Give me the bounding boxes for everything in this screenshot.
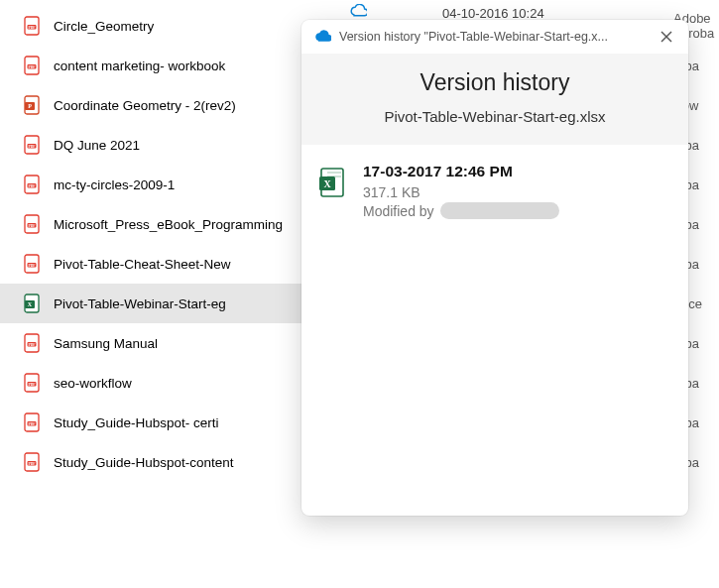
modified-by-label: Modified by <box>363 203 434 219</box>
pptx-file-icon <box>24 95 42 115</box>
close-button[interactable] <box>653 23 680 51</box>
file-name: DQ June 2021 <box>54 138 140 153</box>
file-name: Samsung Manual <box>54 336 158 351</box>
file-name: Pivot-Table-Cheat-Sheet-New <box>54 257 231 272</box>
onedrive-icon <box>313 30 331 44</box>
file-name: Coordinate Geometry - 2(rev2) <box>54 98 236 113</box>
file-name: Pivot-Table-Webinar-Start-eg <box>54 296 226 311</box>
file-name: Study_Guide-Hubspot- certi <box>54 415 219 430</box>
file-name: Study_Guide-Hubspot-content <box>54 455 234 470</box>
excel-file-icon <box>319 163 347 219</box>
file-name: Microsoft_Press_eBook_Programming <box>54 217 283 232</box>
version-entry[interactable]: 17-03-2017 12:46 PM 317.1 KB Modified by <box>319 163 670 219</box>
pdf-file-icon <box>24 56 42 75</box>
file-name: content marketing- workbook <box>54 59 225 73</box>
pdf-file-icon <box>24 16 42 36</box>
pdf-file-icon <box>24 412 42 432</box>
pdf-file-icon <box>24 175 42 194</box>
panel-header: Version history Pivot-Table-Webinar-Star… <box>301 54 688 145</box>
version-size: 317.1 KB <box>363 184 559 200</box>
version-history-panel: Version history "Pivot-Table-Webinar-Sta… <box>301 20 688 516</box>
version-timestamp: 17-03-2017 12:46 PM <box>363 163 559 180</box>
pdf-file-icon <box>24 333 42 353</box>
modified-by-value <box>440 202 559 219</box>
file-name: mc-ty-circles-2009-1 <box>54 177 175 192</box>
version-modified-by: Modified by <box>363 202 559 219</box>
close-icon <box>659 29 674 45</box>
xlsx-file-icon <box>24 294 42 313</box>
pdf-file-icon <box>24 452 42 472</box>
file-name: seo-workflow <box>54 376 132 391</box>
pdf-file-icon <box>24 135 42 155</box>
file-date-cell: 04-10-2016 10:24 <box>442 6 544 21</box>
panel-titlebar-text: Version history "Pivot-Table-Webinar-Sta… <box>339 30 645 44</box>
pdf-file-icon <box>24 254 42 274</box>
file-name: Circle_Geometry <box>54 19 154 34</box>
panel-titlebar: Version history "Pivot-Table-Webinar-Sta… <box>301 20 688 54</box>
pdf-file-icon <box>24 373 42 393</box>
panel-filename: Pivot-Table-Webinar-Start-eg.xlsx <box>317 108 672 125</box>
panel-body: 17-03-2017 12:46 PM 317.1 KB Modified by <box>301 145 688 237</box>
panel-heading: Version history <box>317 69 672 96</box>
pdf-file-icon <box>24 214 42 234</box>
